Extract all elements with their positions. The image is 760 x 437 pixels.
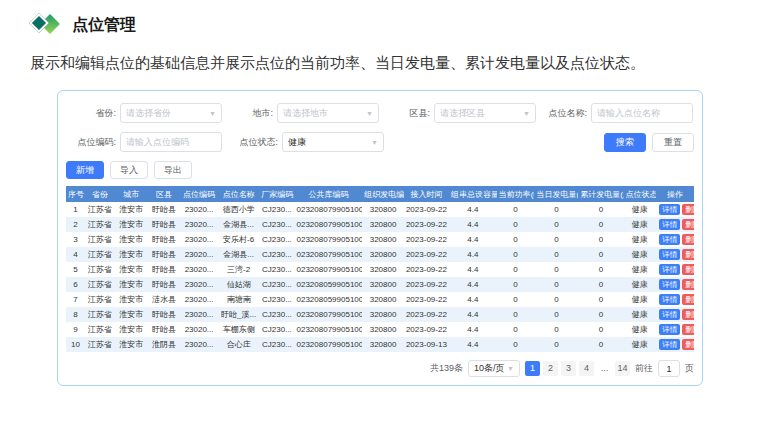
table-cell: 盱眙县 bbox=[148, 232, 181, 247]
table-cell: 023208079905100222 bbox=[295, 262, 363, 277]
table-cell: 健康 bbox=[624, 307, 657, 322]
detail-button[interactable]: 详情 bbox=[659, 339, 680, 350]
table-cell: 江苏省 bbox=[85, 307, 115, 322]
page-button[interactable]: 4 bbox=[579, 361, 594, 376]
table-cell: CJ230... bbox=[259, 232, 294, 247]
table-cell: 健康 bbox=[624, 322, 657, 337]
actions-cell: 详情删除 bbox=[656, 202, 694, 217]
export-button[interactable]: 导出 bbox=[154, 161, 192, 179]
table-cell: 4.4 bbox=[449, 217, 497, 232]
table-cell: 江苏省 bbox=[85, 322, 115, 337]
delete-button[interactable]: 删除 bbox=[682, 339, 694, 350]
column-header: 序号 bbox=[66, 186, 85, 202]
page-button[interactable]: 1 bbox=[525, 361, 540, 376]
delete-button[interactable]: 删除 bbox=[682, 219, 694, 230]
chevron-down-icon: ▼ bbox=[209, 110, 216, 117]
page-button[interactable]: 14 bbox=[615, 361, 630, 376]
table-cell: 23020... bbox=[180, 307, 218, 322]
delete-button[interactable]: 删除 bbox=[682, 309, 694, 320]
detail-button[interactable]: 详情 bbox=[659, 204, 680, 215]
table-cell: 0 bbox=[534, 247, 578, 262]
table-cell: 4.4 bbox=[449, 247, 497, 262]
goto-page-input[interactable] bbox=[658, 360, 680, 377]
detail-button[interactable]: 详情 bbox=[659, 249, 680, 260]
point-code-input[interactable] bbox=[120, 132, 222, 152]
search-button[interactable]: 搜索 bbox=[604, 133, 646, 152]
table-cell: 2023-09-22 bbox=[404, 217, 449, 232]
province-select[interactable]: 请选择省份 ▼ bbox=[120, 103, 222, 123]
table-cell: 4.4 bbox=[449, 292, 497, 307]
table-cell: 0 bbox=[534, 337, 578, 352]
district-placeholder: 请选择区县 bbox=[440, 107, 521, 120]
table-cell: 0 bbox=[578, 322, 623, 337]
table-cell: 023208079905100210 bbox=[295, 217, 363, 232]
table-cell: 0 bbox=[578, 307, 623, 322]
table-cell: 2023-09-22 bbox=[404, 202, 449, 217]
detail-button[interactable]: 详情 bbox=[659, 279, 680, 290]
table-cell: 盱眙县 bbox=[148, 262, 181, 277]
table-cell: 淮安市 bbox=[115, 322, 148, 337]
page-button[interactable]: 2 bbox=[543, 361, 558, 376]
filter-point-name: 点位名称: bbox=[537, 103, 694, 123]
table-cell: 4 bbox=[66, 247, 85, 262]
table-cell: 健康 bbox=[624, 202, 657, 217]
delete-button[interactable]: 删除 bbox=[682, 249, 694, 260]
table-row: 5江苏省淮安市盱眙县23020...三湾-2CJ230...0232080799… bbox=[66, 262, 694, 277]
delete-button[interactable]: 删除 bbox=[682, 279, 694, 290]
page-button[interactable]: 3 bbox=[561, 361, 576, 376]
table-cell: 0 bbox=[578, 337, 623, 352]
detail-button[interactable]: 详情 bbox=[659, 264, 680, 275]
table-cell: 淮安市 bbox=[115, 292, 148, 307]
table-cell: 2023-09-22 bbox=[404, 232, 449, 247]
table-cell: 23020... bbox=[180, 202, 218, 217]
table-cell: 6 bbox=[66, 277, 85, 292]
table-cell: 江苏省 bbox=[85, 277, 115, 292]
column-header: 当前功率(kW) bbox=[497, 186, 535, 202]
table-body: 1江苏省淮安市盱眙县23020...德西小学CJ230...0232080799… bbox=[66, 202, 694, 352]
column-header: 厂家编码 bbox=[259, 186, 294, 202]
detail-button[interactable]: 详情 bbox=[659, 294, 680, 305]
point-name-input[interactable] bbox=[591, 103, 693, 123]
table-cell: 淮安市 bbox=[115, 277, 148, 292]
add-button[interactable]: 新增 bbox=[66, 161, 104, 179]
table-header-row: 序号省份城市区县点位编码点位名称厂家编码公共库编码组织发电编码接入时间组串总设容… bbox=[66, 186, 694, 202]
column-header: 组串总设容量(kW) bbox=[449, 186, 497, 202]
table-cell: 2023-09-22 bbox=[404, 292, 449, 307]
table-cell: 23020... bbox=[180, 277, 218, 292]
table-cell: 盱眙_溪... bbox=[218, 307, 259, 322]
point-status-value: 健康 bbox=[288, 136, 369, 149]
actions-cell: 详情删除 bbox=[656, 307, 694, 322]
table-cell: 淮安市 bbox=[115, 337, 148, 352]
page-size-select[interactable]: 10条/页 ▼ bbox=[468, 360, 520, 377]
city-select[interactable]: 请选择地市 ▼ bbox=[277, 103, 379, 123]
import-button[interactable]: 导入 bbox=[110, 161, 148, 179]
table-cell: 盱眙县 bbox=[148, 277, 181, 292]
detail-button[interactable]: 详情 bbox=[659, 234, 680, 245]
column-header: 省份 bbox=[85, 186, 115, 202]
actions-cell: 详情删除 bbox=[656, 322, 694, 337]
column-header: 组织发电编码 bbox=[362, 186, 403, 202]
content-panel: 省份: 请选择省份 ▼ 地市: 请选择地市 ▼ 区县: 请选择区县 ▼ bbox=[57, 90, 703, 386]
detail-button[interactable]: 详情 bbox=[659, 324, 680, 335]
table-cell: 0 bbox=[497, 277, 535, 292]
delete-button[interactable]: 删除 bbox=[682, 234, 694, 245]
filter-row-2: 点位编码: 点位状态: 健康 ▼ 搜索 重置 bbox=[66, 132, 694, 152]
district-select[interactable]: 请选择区县 ▼ bbox=[434, 103, 536, 123]
table-cell: 320800 bbox=[362, 262, 403, 277]
reset-button[interactable]: 重置 bbox=[652, 133, 694, 152]
detail-button[interactable]: 详情 bbox=[659, 309, 680, 320]
detail-button[interactable]: 详情 bbox=[659, 219, 680, 230]
delete-button[interactable]: 删除 bbox=[682, 324, 694, 335]
table-cell: 23020... bbox=[180, 262, 218, 277]
table-cell: 320800 bbox=[362, 232, 403, 247]
table-cell: 023208079905100220 bbox=[295, 232, 363, 247]
table-cell: 健康 bbox=[624, 247, 657, 262]
delete-button[interactable]: 删除 bbox=[682, 204, 694, 215]
table-cell: 4.4 bbox=[449, 322, 497, 337]
delete-button[interactable]: 删除 bbox=[682, 264, 694, 275]
point-status-select[interactable]: 健康 ▼ bbox=[282, 132, 384, 152]
table-cell: CJ230... bbox=[259, 247, 294, 262]
delete-button[interactable]: 删除 bbox=[682, 294, 694, 305]
table-row: 3江苏省淮安市盱眙县23020...安乐村-6CJ230...023208079… bbox=[66, 232, 694, 247]
column-header: 区县 bbox=[148, 186, 181, 202]
